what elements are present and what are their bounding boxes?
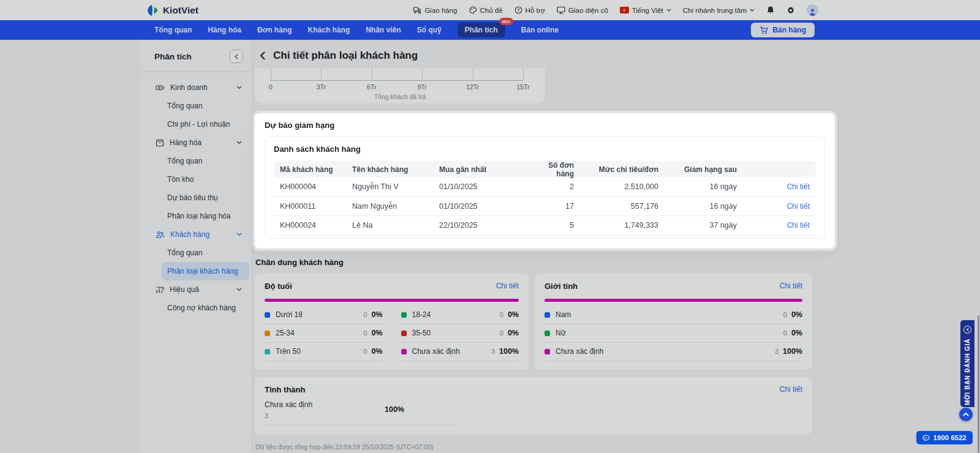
sidebar-item-cong-no-khach-hang[interactable]: Công nợ khách hàng — [141, 299, 252, 317]
legend-item: Trên 50 0 0% — [265, 343, 383, 361]
tab-khach-hang[interactable]: Khách hàng — [308, 26, 350, 34]
gridline — [372, 68, 372, 80]
province-row: Chưa xác định 3 100% — [265, 400, 456, 425]
chevron-down-icon — [236, 288, 242, 291]
gridline — [523, 68, 524, 80]
branch-selector[interactable]: Chi nhánh trung tâm — [683, 7, 755, 14]
x-tick: 15Tr — [516, 83, 529, 91]
sidebar-item-ton-kho[interactable]: Tồn kho — [141, 170, 252, 189]
tab-phan-tich[interactable]: Phân tích Mới — [458, 23, 505, 37]
tab-nhan-vien[interactable]: Nhân viên — [366, 26, 401, 34]
sidebar-item-kd-tong-quan[interactable]: Tổng quan — [141, 97, 252, 115]
province-count: 3 — [265, 412, 312, 419]
downgrade-after: 16 ngày — [665, 182, 743, 191]
sidebar-item-du-bao-tieu-thu[interactable]: Dự báo tiêu thụ — [141, 189, 252, 207]
tab-phan-tich-label: Phân tích — [465, 26, 498, 34]
sell-button-label: Bán hàng — [772, 26, 806, 34]
group-label: Kinh doanh — [170, 83, 208, 92]
legend-dot — [401, 349, 407, 354]
old-ui-menu-item[interactable]: Giao diện cũ — [557, 6, 608, 14]
tab-ban-online[interactable]: Bán online — [521, 26, 559, 34]
main-content: Chi tiết phân loại khách hàng 0 3Tr 6Tr … — [252, 40, 839, 453]
sidebar-group-khach-hang[interactable]: Khách hàng — [141, 225, 252, 244]
province-detail-link[interactable]: Chi tiết — [780, 385, 802, 394]
gender-detail-link[interactable]: Chi tiết — [780, 282, 802, 290]
province-label: Chưa xác định — [265, 400, 312, 409]
theme-label: Chủ đề — [480, 7, 503, 14]
support-menu-item[interactable]: ? Hỗ trợ — [514, 6, 545, 14]
order-count: 2 — [524, 182, 580, 191]
age-card-title: Độ tuổi — [265, 282, 292, 291]
kiotviet-logo[interactable]: KiotViet — [147, 4, 198, 17]
tab-tong-quan[interactable]: Tổng quan — [154, 26, 192, 34]
sidebar-group-hang-hoa[interactable]: Hàng hóa — [141, 133, 252, 152]
customers-icon — [156, 231, 165, 238]
new-badge: Mới — [499, 18, 513, 25]
legend-label: Chưa xác định — [412, 347, 491, 356]
logo-text: KiotViet — [163, 5, 198, 15]
sidebar-item-hh-tong-quan[interactable]: Tổng quan — [141, 152, 252, 170]
customer-list-card: Danh sách khách hàng Mã khách hàng Tên k… — [265, 137, 825, 239]
last-purchase: 01/10/2025 — [433, 202, 524, 211]
sidebar-item-chi-phi-loi-nhuan[interactable]: Chi phí - Lợi nhuận — [141, 115, 252, 133]
chevron-up-icon — [963, 413, 969, 416]
sidebar-group-kinh-doanh[interactable]: Kinh doanh — [141, 78, 252, 97]
legend-label: Nam — [556, 310, 783, 319]
legend-pct: 0% — [508, 310, 519, 319]
sell-button[interactable]: Bán hàng — [751, 23, 815, 37]
sidebar-title: Phân tích — [154, 52, 192, 61]
tab-hang-hoa[interactable]: Hàng hóa — [208, 26, 241, 34]
legend-item: Nữ 0 0% — [545, 324, 802, 343]
tab-so-quy[interactable]: Sổ quỹ — [417, 26, 442, 34]
legend-label: 25-34 — [276, 329, 363, 337]
back-button[interactable] — [260, 51, 266, 61]
sidebar-item-kh-tong-quan[interactable]: Tổng quan — [141, 244, 252, 262]
theme-menu-item[interactable]: Chủ đề — [469, 6, 503, 14]
order-count: 5 — [524, 221, 580, 230]
user-avatar[interactable] — [807, 4, 818, 16]
customer-name: Lê Na — [346, 221, 433, 230]
settings-button[interactable] — [786, 6, 795, 15]
language-selector[interactable]: ★ Tiếng Việt — [620, 7, 671, 14]
legend-item: 18-24 0 0% — [401, 306, 519, 324]
sidebar: Phân tích Kinh doanh Tổng quan Chi phí -… — [141, 40, 252, 453]
gender-card-title: Giới tính — [545, 282, 578, 291]
customer-table: Mã khách hàng Tên khách hàng Mua gần nhấ… — [274, 161, 816, 236]
scroll-to-top-button[interactable] — [959, 408, 973, 421]
detail-link[interactable]: Chi tiết — [787, 221, 810, 230]
legend-count: 0 — [783, 329, 787, 337]
legend-pct: 100% — [783, 347, 802, 356]
topbar: KiotViet Giao hàng Chủ đề — [0, 0, 980, 20]
legend-dot — [265, 349, 270, 354]
chat-bubble-icon — [922, 435, 930, 441]
hotline-button[interactable]: 1900 6522 — [916, 431, 973, 444]
legend-count: 0 — [783, 311, 787, 318]
legend-count: 0 — [363, 348, 367, 355]
x-axis-label: Tổng khách đã trả — [255, 93, 545, 100]
sidebar-divider — [141, 72, 252, 72]
x-tick: 3Tr — [317, 83, 326, 91]
legend-item: 35-50 0 0% — [401, 324, 519, 343]
sidebar-group-hieu-qua[interactable]: Hiệu quả — [141, 280, 252, 299]
sidebar-collapse-button[interactable] — [230, 50, 243, 63]
delivery-menu-item[interactable]: Giao hàng — [413, 6, 457, 14]
legend-dot — [401, 312, 407, 318]
tab-don-hang[interactable]: Đơn hàng — [257, 26, 292, 34]
legend-count: 3 — [775, 348, 778, 355]
age-detail-link[interactable]: Chi tiết — [496, 282, 519, 290]
feedback-label: MỜI BẠN ĐÁNH GIÁ — [964, 339, 971, 405]
scrollbar[interactable] — [978, 315, 979, 453]
kiotviet-logo-icon — [147, 4, 159, 17]
notifications-button[interactable] — [766, 6, 775, 15]
detail-link[interactable]: Chi tiết — [787, 202, 810, 211]
sidebar-item-phan-loai-hang-hoa[interactable]: Phân loại hàng hóa — [141, 207, 252, 225]
col-header: Mua gần nhất — [433, 165, 524, 174]
sidebar-item-phan-loai-khach-hang[interactable]: Phân loại khách hàng — [162, 262, 249, 280]
province-card: Tỉnh thành Chi tiết Chưa xác định 3 100% — [255, 377, 812, 434]
gender-distribution-bar — [545, 299, 802, 302]
col-header: Giảm hạng sau — [665, 165, 743, 174]
legend-pct: 0% — [371, 329, 382, 337]
x-tick: 0 — [269, 83, 273, 91]
detail-link[interactable]: Chi tiết — [787, 182, 810, 191]
feedback-tab[interactable]: MỜI BẠN ĐÁNH GIÁ — [960, 320, 974, 407]
